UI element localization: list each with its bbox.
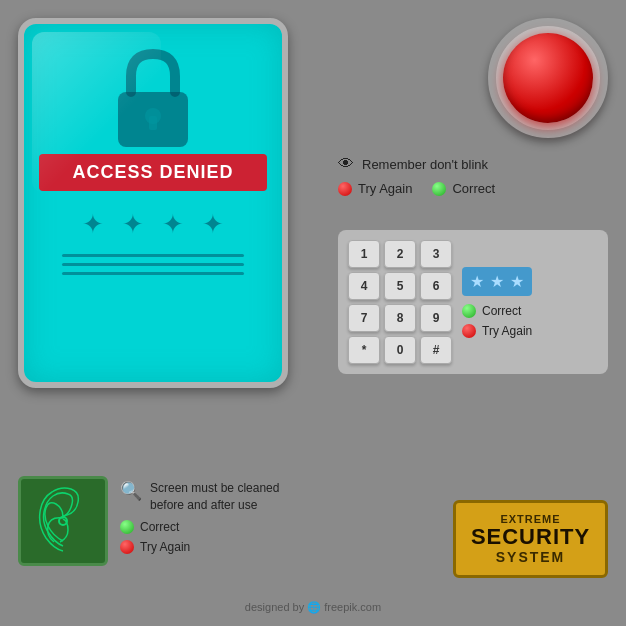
fp-info: 🔍 Screen must be cleaned before and afte… bbox=[120, 476, 279, 554]
red-button[interactable] bbox=[503, 33, 593, 123]
security-badge-line2: SECURITY bbox=[468, 525, 593, 549]
fingerprint-section: 🔍 Screen must be cleaned before and afte… bbox=[18, 476, 279, 566]
keypad-section: 1 2 3 4 5 6 7 8 9 * 0 # ★ ★ ★ Correct Tr… bbox=[338, 230, 608, 374]
fp-try-again-row: Try Again bbox=[120, 540, 279, 554]
svg-rect-2 bbox=[149, 116, 157, 130]
fingerprint-box bbox=[18, 476, 108, 566]
key-star[interactable]: * bbox=[348, 336, 380, 364]
keypad-status: Correct Try Again bbox=[462, 304, 532, 338]
key-0[interactable]: 0 bbox=[384, 336, 416, 364]
security-badge-line1: EXTREME bbox=[468, 513, 593, 525]
star-row: ✦ ✦ ✦ ✦ bbox=[82, 209, 224, 240]
try-again-status: Try Again bbox=[338, 181, 412, 196]
credit-text: designed by 🌐 freepik.com bbox=[245, 601, 381, 613]
lock-icon bbox=[103, 44, 203, 154]
red-button-container bbox=[488, 18, 608, 138]
key-7[interactable]: 7 bbox=[348, 304, 380, 332]
key-3[interactable]: 3 bbox=[420, 240, 452, 268]
key-5[interactable]: 5 bbox=[384, 272, 416, 300]
fingerprint-svg bbox=[28, 486, 98, 556]
keypad-try-again-label: Try Again bbox=[482, 324, 532, 338]
correct-status: Correct bbox=[432, 181, 495, 196]
eye-icon: 👁 bbox=[338, 155, 354, 173]
fp-try-again-label: Try Again bbox=[140, 540, 190, 554]
access-denied-banner: ACCESS DENIED bbox=[39, 154, 267, 191]
keypad-grid: 1 2 3 4 5 6 7 8 9 * 0 # bbox=[348, 240, 452, 364]
remember-status-row: Try Again Correct bbox=[338, 181, 608, 196]
remember-text: Remember don't blink bbox=[362, 157, 488, 172]
key-8[interactable]: 8 bbox=[384, 304, 416, 332]
keypad-correct-item: Correct bbox=[462, 304, 532, 318]
star-display: ★ ★ ★ bbox=[462, 267, 532, 296]
input-line-2 bbox=[62, 263, 244, 266]
fp-try-again-dot bbox=[120, 540, 134, 554]
access-panel: ACCESS DENIED ✦ ✦ ✦ ✦ bbox=[18, 18, 288, 388]
keypad-try-again-item: Try Again bbox=[462, 324, 532, 338]
star-display-2: ★ bbox=[490, 272, 504, 291]
fp-instruction-line1: Screen must be cleaned bbox=[150, 481, 279, 495]
star-display-3: ★ bbox=[510, 272, 524, 291]
security-badge-line3: SYSTEM bbox=[468, 549, 593, 565]
fp-scan-icon: 🔍 bbox=[120, 480, 142, 502]
keypad-right: ★ ★ ★ Correct Try Again bbox=[462, 240, 532, 364]
star-1: ✦ bbox=[82, 209, 104, 240]
keypad-try-again-dot bbox=[462, 324, 476, 338]
key-1[interactable]: 1 bbox=[348, 240, 380, 268]
star-3: ✦ bbox=[162, 209, 184, 240]
input-line-1 bbox=[62, 254, 244, 257]
fp-header: 🔍 Screen must be cleaned before and afte… bbox=[120, 480, 279, 514]
star-2: ✦ bbox=[122, 209, 144, 240]
key-4[interactable]: 4 bbox=[348, 272, 380, 300]
fp-correct-row: Correct bbox=[120, 520, 279, 534]
star-4: ✦ bbox=[202, 209, 224, 240]
key-6[interactable]: 6 bbox=[420, 272, 452, 300]
correct-dot bbox=[432, 182, 446, 196]
remember-section: 👁 Remember don't blink Try Again Correct bbox=[338, 155, 608, 196]
key-hash[interactable]: # bbox=[420, 336, 452, 364]
fp-instruction-line2: before and after use bbox=[150, 498, 257, 512]
key-2[interactable]: 2 bbox=[384, 240, 416, 268]
input-lines bbox=[62, 254, 244, 275]
fp-instruction: Screen must be cleaned before and after … bbox=[150, 480, 279, 514]
freepik-credit: designed by 🌐 freepik.com bbox=[245, 601, 381, 614]
fp-correct-dot bbox=[120, 520, 134, 534]
input-line-3 bbox=[62, 272, 244, 275]
security-badge: EXTREME SECURITY SYSTEM bbox=[453, 500, 608, 578]
try-again-dot bbox=[338, 182, 352, 196]
remember-row: 👁 Remember don't blink bbox=[338, 155, 608, 173]
fp-correct-label: Correct bbox=[140, 520, 179, 534]
try-again-label: Try Again bbox=[358, 181, 412, 196]
star-display-1: ★ bbox=[470, 272, 484, 291]
keypad-correct-dot bbox=[462, 304, 476, 318]
keypad-correct-label: Correct bbox=[482, 304, 521, 318]
key-9[interactable]: 9 bbox=[420, 304, 452, 332]
correct-label: Correct bbox=[452, 181, 495, 196]
